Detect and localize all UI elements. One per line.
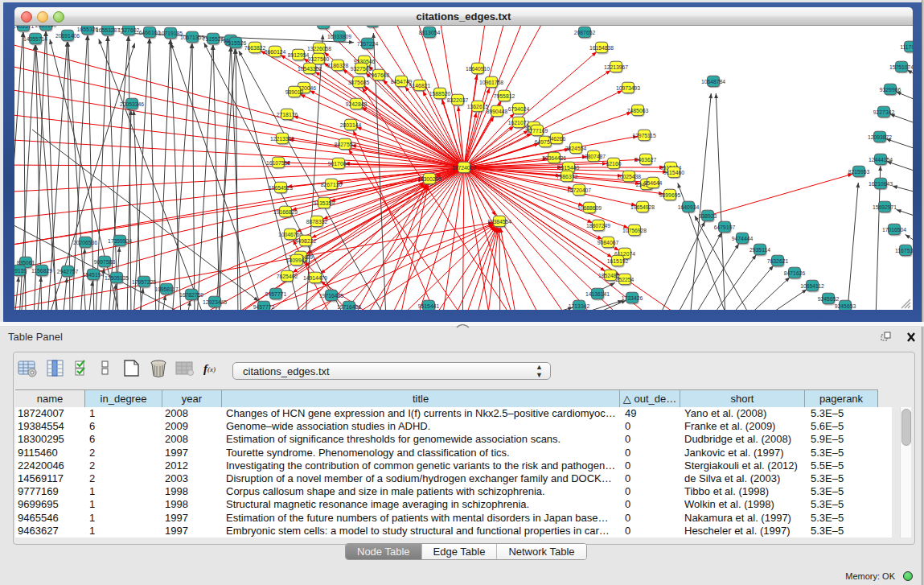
svg-text:6466160: 6466160 (139, 30, 161, 35)
svg-text:19654928: 19654928 (630, 204, 655, 210)
svg-text:16107552: 16107552 (266, 160, 290, 166)
svg-text:7515526: 7515526 (225, 40, 247, 46)
svg-text:10543362: 10543362 (298, 66, 322, 72)
svg-text:1527602: 1527602 (118, 27, 140, 33)
svg-text:12093872: 12093872 (868, 134, 892, 140)
svg-text:1409948: 1409948 (286, 257, 308, 263)
svg-text:1405571: 1405571 (14, 26, 34, 29)
svg-text:938923: 938923 (699, 213, 717, 219)
svg-text:9245653: 9245653 (835, 303, 856, 309)
svg-text:19384554: 19384554 (487, 219, 511, 225)
svg-text:1117049: 1117049 (900, 44, 913, 50)
svg-text:10654112: 10654112 (800, 283, 824, 289)
svg-text:10719185: 10719185 (158, 31, 183, 36)
svg-text:12505135: 12505135 (105, 275, 129, 281)
svg-text:7663822: 7663822 (244, 45, 266, 51)
svg-text:8267130: 8267130 (321, 182, 343, 187)
svg-text:20206536: 20206536 (73, 240, 97, 245)
svg-text:8186328: 8186328 (327, 63, 349, 68)
svg-text:12213369: 12213369 (270, 136, 294, 142)
svg-text:14136141: 14136141 (585, 291, 610, 297)
svg-text:8215953: 8215953 (848, 169, 870, 175)
svg-text:20691406: 20691406 (55, 33, 80, 39)
svg-text:9899695: 9899695 (659, 192, 681, 198)
svg-text:746266: 746266 (548, 136, 566, 142)
svg-text:10973493: 10973493 (616, 85, 640, 91)
svg-text:10688609: 10688609 (577, 205, 602, 211)
svg-text:9474444: 9474444 (732, 236, 754, 241)
svg-text:8471626: 8471626 (784, 270, 806, 276)
svg-text:6479197: 6479197 (714, 225, 736, 230)
svg-text:20053346: 20053346 (120, 101, 144, 107)
svg-text:9146821: 9146821 (409, 83, 431, 89)
svg-text:10046766: 10046766 (278, 232, 302, 237)
svg-text:2069140: 2069140 (35, 26, 57, 28)
svg-text:15720407: 15720407 (567, 187, 591, 193)
svg-text:8813054: 8813054 (419, 30, 441, 35)
svg-text:6794024: 6794024 (508, 106, 530, 112)
svg-text:10648784: 10648784 (701, 79, 725, 84)
svg-text:7625402: 7625402 (277, 274, 298, 279)
svg-text:835061: 835061 (17, 260, 35, 266)
svg-text:7485063: 7485063 (627, 108, 649, 113)
svg-text:12213967: 12213967 (604, 64, 628, 70)
svg-text:989012: 989012 (285, 89, 304, 95)
svg-text:12975115: 12975115 (632, 133, 656, 138)
svg-text:16033809: 16033809 (327, 34, 351, 39)
svg-text:2967608: 2967608 (368, 72, 390, 78)
svg-text:17016504: 17016504 (882, 227, 906, 233)
svg-text:9242848: 9242848 (346, 101, 368, 107)
svg-text:252254: 252254 (616, 277, 634, 282)
svg-text:1167533: 1167533 (895, 248, 913, 253)
svg-text:9515440: 9515440 (558, 165, 580, 171)
svg-text:18807249: 18807249 (586, 223, 610, 229)
svg-text:9245652: 9245652 (818, 296, 840, 302)
svg-text:9115460: 9115460 (663, 170, 684, 175)
svg-text:18724007: 18724007 (452, 165, 476, 171)
svg-text:4498222: 4498222 (295, 238, 317, 244)
svg-text:2935114: 2935114 (749, 247, 770, 253)
svg-text:7632621: 7632621 (767, 258, 789, 264)
svg-text:14914479: 14914479 (303, 275, 327, 281)
svg-text:9227342: 9227342 (873, 109, 895, 115)
svg-text:18640910: 18640910 (466, 66, 490, 72)
svg-text:954644: 954644 (644, 180, 663, 186)
svg-text:1615192: 1615192 (607, 258, 629, 264)
svg-text:9084067: 9084067 (598, 240, 619, 245)
svg-text:8878332: 8878332 (306, 219, 328, 225)
svg-text:20364436: 20364436 (542, 155, 566, 161)
svg-text:10025438: 10025438 (617, 174, 641, 179)
svg-text:10958117: 10958117 (154, 286, 179, 292)
svg-text:16782759: 16782759 (179, 292, 203, 298)
svg-text:17359924: 17359924 (108, 238, 132, 244)
svg-text:16154838: 16154838 (589, 45, 614, 51)
svg-text:8660124: 8660124 (265, 49, 286, 55)
svg-text:9777169: 9777169 (527, 128, 548, 134)
svg-text:8912954: 8912954 (288, 52, 310, 58)
svg-text:2718176: 2718176 (277, 112, 298, 117)
svg-text:62160: 62160 (606, 161, 622, 167)
svg-text:3875685: 3875685 (348, 80, 370, 85)
svg-text:1713342: 1713342 (569, 303, 590, 309)
svg-text:1603380: 1603380 (313, 26, 335, 27)
svg-text:2942757: 2942757 (57, 269, 79, 274)
svg-text:17957225: 17957225 (132, 279, 156, 285)
svg-text:9327508: 9327508 (351, 66, 372, 72)
svg-text:1362615: 1362615 (467, 104, 489, 109)
svg-text:2803144: 2803144 (340, 122, 362, 128)
svg-text:12923445: 12923445 (203, 299, 227, 305)
svg-text:10961758: 10961758 (479, 80, 503, 85)
svg-text:1640934: 1640934 (678, 204, 700, 210)
svg-text:19716485: 19716485 (319, 293, 343, 299)
svg-text:1545194: 1545194 (83, 272, 105, 278)
svg-text:14055714: 14055714 (23, 36, 47, 42)
svg-text:10671355: 10671355 (180, 35, 204, 40)
svg-text:13226058: 13226058 (307, 46, 331, 51)
svg-text:16553287: 16553287 (96, 27, 120, 33)
svg-text:(x): (x) (207, 365, 216, 373)
svg-text:9327500: 9327500 (308, 56, 330, 62)
svg-text:1135359: 1135359 (314, 200, 335, 206)
svg-text:18300295: 18300295 (417, 176, 441, 182)
svg-text:8427552: 8427552 (335, 142, 356, 147)
svg-text:15751074: 15751074 (889, 64, 913, 70)
